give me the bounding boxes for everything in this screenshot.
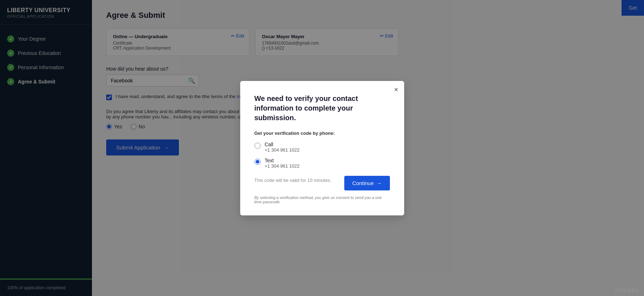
text-label: Text	[265, 158, 300, 163]
call-option[interactable]: Call +1 304 961 1022	[254, 142, 390, 153]
call-option-label[interactable]: Call +1 304 961 1022	[265, 142, 300, 153]
modal-subtitle: Get your verification code by phone:	[254, 131, 390, 136]
text-option[interactable]: Text +1 304 961 1022	[254, 158, 390, 169]
validity-text: This code will be valid for 10 minutes.	[254, 178, 331, 183]
continue-arrow-icon: →	[377, 180, 382, 186]
text-radio-input[interactable]	[254, 159, 261, 165]
modal-radio-group: Call +1 304 961 1022 Text +1 304 961 102…	[254, 142, 390, 169]
modal-close-button[interactable]: ×	[394, 86, 398, 93]
modal-title: We need to verify your contact informati…	[254, 94, 390, 123]
call-phone: +1 304 961 1022	[265, 147, 300, 153]
text-phone: +1 304 961 1022	[265, 163, 300, 169]
main-content: Get Agree & Submit ✏ Edit Online — Under…	[92, 0, 644, 296]
modal-bottom-row: This code will be valid for 10 minutes. …	[254, 176, 390, 190]
continue-button[interactable]: Continue →	[344, 176, 390, 190]
continue-btn-label: Continue	[352, 180, 373, 186]
consent-text: By selecting a verification method, you …	[254, 195, 390, 204]
text-option-label[interactable]: Text +1 304 961 1022	[265, 158, 300, 169]
call-label: Call	[265, 142, 300, 147]
modal-overlay: × We need to verify your contact informa…	[92, 0, 644, 296]
call-radio-input[interactable]	[254, 143, 261, 149]
verification-modal: × We need to verify your contact informa…	[240, 81, 404, 215]
csdn-watermark: CSDN @苯淙~	[615, 288, 641, 293]
